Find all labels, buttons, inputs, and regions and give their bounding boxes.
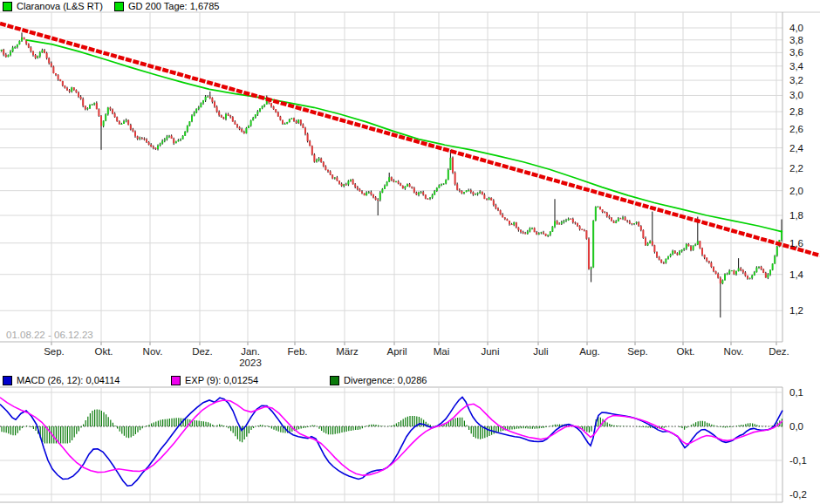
- svg-text:-0,1: -0,1: [789, 455, 807, 466]
- svg-text:2023: 2023: [239, 358, 262, 368]
- svg-text:2,8: 2,8: [789, 106, 803, 117]
- stock-chart-page: Claranova (L&S RT) GD 200 Tage: 1,6785 M…: [0, 0, 820, 504]
- svg-text:3,2: 3,2: [789, 75, 803, 85]
- svg-text:Okt.: Okt.: [676, 346, 694, 357]
- svg-text:1,8: 1,8: [789, 210, 803, 221]
- svg-text:2,4: 2,4: [789, 143, 804, 153]
- svg-text:Juni: Juni: [481, 346, 499, 357]
- svg-text:Nov.: Nov.: [724, 346, 744, 357]
- chart-svg: 4,03,83,63,43,23,02,82,62,42,22,01,81,61…: [0, 0, 820, 504]
- svg-text:Sep.: Sep.: [627, 346, 648, 357]
- svg-text:Mai: Mai: [434, 346, 450, 357]
- svg-text:Nov.: Nov.: [143, 346, 163, 357]
- svg-text:Juli: Juli: [533, 346, 548, 357]
- svg-text:Dez.: Dez.: [769, 346, 789, 357]
- svg-text:1,6: 1,6: [789, 238, 803, 249]
- svg-text:3,6: 3,6: [789, 47, 803, 58]
- svg-text:1,4: 1,4: [789, 269, 804, 280]
- svg-text:März: März: [336, 346, 359, 357]
- svg-text:2,2: 2,2: [789, 163, 803, 174]
- svg-text:Dez.: Dez.: [192, 346, 213, 357]
- svg-text:3,4: 3,4: [789, 61, 804, 72]
- svg-text:2,0: 2,0: [789, 186, 803, 196]
- svg-text:1,2: 1,2: [789, 305, 803, 316]
- svg-text:4,0: 4,0: [789, 23, 803, 33]
- svg-text:2,6: 2,6: [789, 124, 803, 134]
- svg-text:April: April: [386, 346, 407, 357]
- svg-text:Feb.: Feb.: [287, 346, 307, 357]
- svg-text:Jan.: Jan.: [241, 346, 260, 357]
- svg-text:Aug.: Aug.: [579, 346, 600, 357]
- svg-text:01.08.22 - 06.12.23: 01.08.22 - 06.12.23: [6, 330, 93, 340]
- svg-text:0,1: 0,1: [789, 387, 803, 398]
- svg-text:3,0: 3,0: [789, 90, 803, 100]
- svg-text:0,0: 0,0: [789, 421, 803, 432]
- svg-text:3,8: 3,8: [789, 35, 803, 45]
- svg-text:Sep.: Sep.: [44, 346, 65, 357]
- svg-text:Okt.: Okt.: [94, 346, 113, 357]
- svg-text:-0,2: -0,2: [789, 489, 807, 500]
